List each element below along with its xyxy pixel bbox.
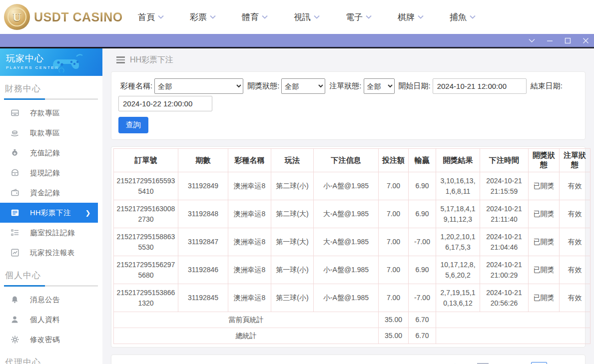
col-draw-status: 開獎狀態 bbox=[529, 149, 560, 172]
sidebar-item-player-report[interactable]: 玩家投注報表 bbox=[0, 243, 102, 263]
nav-item-video[interactable]: 視訊 bbox=[281, 11, 333, 23]
section-personal: 個人中心 bbox=[0, 263, 102, 287]
cell-result: 3,10,16,13,1,6,8,11 bbox=[436, 172, 480, 200]
recharge-record-icon bbox=[10, 149, 19, 157]
draw-status-label: 開獎狀態: bbox=[247, 81, 279, 91]
col-play: 玩法 bbox=[271, 149, 314, 172]
cell-bet-amount: 7.00 bbox=[379, 200, 409, 228]
section-title: 個人中心 bbox=[4, 270, 102, 281]
sidebar-item-recharge-record[interactable]: 充值記錄 bbox=[0, 143, 102, 163]
hall-bet-record-icon bbox=[10, 229, 19, 237]
draw-status-select[interactable]: 全部 bbox=[281, 78, 325, 94]
cell-period: 31192847 bbox=[178, 228, 228, 256]
sidebar-item-hh-lottery-bet[interactable]: HH彩票下注 ❯ bbox=[0, 203, 98, 223]
cell-win-loss: 6.90 bbox=[409, 256, 436, 284]
cell-order-no: 2152172951630082730 bbox=[114, 200, 178, 228]
logo[interactable]: U USDT CASINO bbox=[0, 4, 125, 30]
chevron-down-icon bbox=[262, 15, 268, 19]
chevron-right-icon: ❯ bbox=[85, 209, 91, 217]
chevron-down-icon bbox=[366, 15, 372, 19]
table-row: 2152172951538661320 31192845 澳洲幸运8 第三球(小… bbox=[114, 284, 591, 312]
cell-bet-time: 2024-10-21 21:04:46 bbox=[480, 228, 529, 256]
end-date-label: 結束日期: bbox=[531, 81, 563, 91]
nav-label: 首頁 bbox=[138, 11, 155, 23]
cell-draw-status: 已開獎 bbox=[529, 256, 560, 284]
nav-item-fishing[interactable]: 捕魚 bbox=[437, 11, 489, 23]
cell-period: 31192849 bbox=[178, 172, 228, 200]
sidebar-item-withdrawal-record[interactable]: 提現記錄 bbox=[0, 163, 102, 183]
cell-bet-info: 小-A盤@1.985 bbox=[314, 284, 379, 312]
table-header-row: 訂單號 期數 彩種名稱 玩法 下注信息 投注額 輸贏 開獎結果 下注時間 開獎狀… bbox=[114, 149, 591, 172]
page-title: HH彩票下注 bbox=[130, 55, 173, 65]
sidebar-item-change-password[interactable]: 修改密碼 bbox=[0, 330, 102, 350]
top-header: U USDT CASINO 首頁 彩票 體育 視訊 電子 棋牌 捕魚 bbox=[0, 0, 594, 34]
main-nav: 首頁 彩票 體育 視訊 電子 棋牌 捕魚 bbox=[125, 11, 594, 23]
grand-total-empty bbox=[436, 328, 591, 344]
end-date-input[interactable] bbox=[118, 96, 212, 111]
cell-draw-status: 已開獎 bbox=[529, 228, 560, 256]
cell-bet-info: 小-A盤@1.985 bbox=[314, 172, 379, 200]
nav-label: 捕魚 bbox=[450, 11, 467, 23]
cell-play: 第一球(小) bbox=[271, 256, 314, 284]
col-bet-time: 下注時間 bbox=[480, 149, 529, 172]
cell-result: 2,7,19,15,10,13,6,12 bbox=[436, 284, 480, 312]
nav-item-cards[interactable]: 棋牌 bbox=[385, 11, 437, 23]
cell-lottery: 澳洲幸运8 bbox=[228, 284, 271, 312]
col-order-no: 訂單號 bbox=[114, 149, 178, 172]
deposit-icon bbox=[10, 109, 19, 117]
sidebar-item-notice[interactable]: 消息公告 bbox=[0, 290, 102, 310]
cell-result: 10,17,12,8,5,6,20,2 bbox=[436, 256, 480, 284]
cell-bet-time: 2024-10-21 21:11:40 bbox=[480, 200, 529, 228]
sidebar-item-profile[interactable]: 個人資料 bbox=[0, 310, 102, 330]
table-row: 2152172951655935410 31192849 澳洲幸运8 第二球(小… bbox=[114, 172, 591, 200]
cell-lottery: 澳洲幸运8 bbox=[228, 256, 271, 284]
cell-order-no: 2152172951588635530 bbox=[114, 228, 178, 256]
gear-icon bbox=[10, 336, 19, 344]
section-underline bbox=[4, 285, 98, 287]
cell-draw-status: 已開獎 bbox=[529, 172, 560, 200]
sidebar-item-deposit[interactable]: 存款專區 bbox=[0, 103, 102, 123]
order-status-select[interactable]: 全部 bbox=[364, 78, 395, 94]
window-minimize-icon[interactable] bbox=[546, 37, 553, 44]
page-total-bet: 35.00 bbox=[379, 312, 409, 328]
table-row: 2152172951562975680 31192846 澳洲幸运8 第一球(小… bbox=[114, 256, 591, 284]
cell-bet-info: 小-A盤@1.985 bbox=[314, 256, 379, 284]
cell-win-loss: -7.00 bbox=[409, 228, 436, 256]
page-jump-input[interactable] bbox=[531, 362, 547, 364]
query-button[interactable]: 查詢 bbox=[118, 117, 148, 133]
start-date-input[interactable] bbox=[433, 78, 527, 94]
coin-logo-icon: U bbox=[4, 4, 30, 30]
section-finance: 財務中心 bbox=[0, 76, 102, 100]
nav-label: 棋牌 bbox=[398, 11, 415, 23]
withdrawal-record-icon bbox=[10, 169, 19, 177]
sidebar-item-label: 修改密碼 bbox=[30, 335, 60, 345]
cell-period: 31192845 bbox=[178, 284, 228, 312]
cell-order-no: 2152172951655935410 bbox=[114, 172, 178, 200]
chevron-down-icon bbox=[314, 15, 320, 19]
nav-item-slots[interactable]: 電子 bbox=[333, 11, 385, 23]
cell-result: 1,20,2,10,16,17,5,3 bbox=[436, 228, 480, 256]
lottery-name-select[interactable]: 全部 bbox=[154, 78, 243, 94]
filter-panel: 彩種名稱: 全部 開獎狀態: 全部 注單狀態: 全部 開始日期: 結束日期: 查… bbox=[111, 71, 586, 140]
sidebar-item-label: 存款專區 bbox=[30, 108, 60, 118]
window-chevron-down-icon[interactable] bbox=[528, 37, 535, 44]
bet-table: 訂單號 期數 彩種名稱 玩法 下注信息 投注額 輸贏 開獎結果 下注時間 開獎狀… bbox=[113, 148, 591, 344]
cell-bet-amount: 7.00 bbox=[379, 256, 409, 284]
grand-total-label: 總統計 bbox=[114, 328, 379, 344]
nav-item-sports[interactable]: 體育 bbox=[229, 11, 281, 23]
nav-item-home[interactable]: 首頁 bbox=[125, 11, 177, 23]
col-lottery: 彩種名稱 bbox=[228, 149, 271, 172]
nav-item-lottery[interactable]: 彩票 bbox=[177, 11, 229, 23]
window-maximize-icon[interactable] bbox=[564, 37, 571, 44]
table-row: 2152172951630082730 31192848 澳洲幸运8 第二球(大… bbox=[114, 200, 591, 228]
breadcrumb: HH彩票下注 bbox=[102, 48, 594, 71]
window-close-icon[interactable] bbox=[582, 37, 589, 44]
sidebar-item-funds-record[interactable]: 資金記錄 bbox=[0, 183, 102, 203]
logo-text: USDT CASINO bbox=[34, 10, 123, 24]
cell-period: 31192846 bbox=[178, 256, 228, 284]
sidebar-item-hall-bet-record[interactable]: 廳室投註記錄 bbox=[0, 223, 102, 243]
nav-label: 視訊 bbox=[294, 11, 311, 23]
cell-order-status: 有效 bbox=[560, 172, 591, 200]
sidebar-item-withdraw[interactable]: 取款專區 bbox=[0, 123, 102, 143]
hamburger-icon[interactable] bbox=[116, 56, 125, 63]
